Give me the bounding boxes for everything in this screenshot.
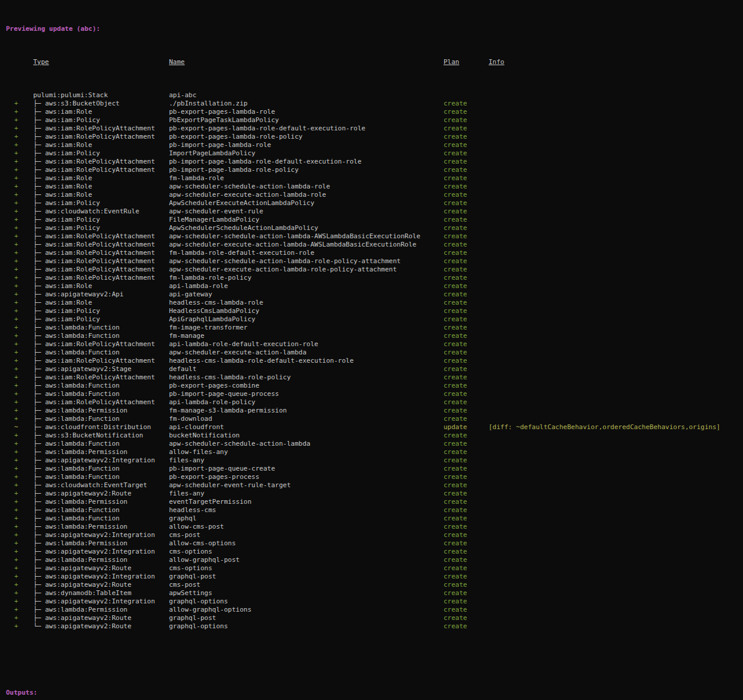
resource-type-cell: ├─ aws:apigatewayv2:Route [33,490,169,498]
plan-value: create [444,282,489,290]
resource-name: fm-lambda-role-default-execution-role [169,249,444,257]
info-value [489,116,743,124]
resource-type-cell: ├─ aws:iam:RolePolicyAttachment [33,257,169,266]
resource-type-cell: ├─ aws:iam:RolePolicyAttachment [33,398,169,407]
resource-type-cell: ├─ aws:iam:Role [33,183,169,191]
info-value [489,597,743,606]
table-row: +├─ aws:lambda:Functiongraphqlcreate [6,514,743,523]
resource-name: pb-export-pages-combine [169,382,444,390]
resource-type-cell: ├─ aws:iam:RolePolicyAttachment [33,357,169,365]
change-symbol: + [6,266,33,274]
resource-type: aws:apigatewayv2:Api [45,290,123,298]
plan-value: create [444,407,489,415]
resource-name: graphql-options [169,622,444,631]
plan-value: create [444,606,489,614]
info-value [489,556,743,564]
change-symbol: + [6,606,33,614]
plan-value: create [444,133,489,141]
plan-value: create [444,340,489,349]
resource-name: allow-cms-post [169,523,444,531]
resource-type-cell: pulumi:pulumi:Stack [33,91,169,100]
plan-value: create [444,589,489,597]
tree-branch: ├─ [33,116,45,124]
change-symbol: + [6,349,33,357]
table-row: +├─ aws:iam:Roleapw-scheduler-execute-ac… [6,191,743,199]
info-value [489,149,743,158]
change-symbol: + [6,141,33,149]
tree-branch: ├─ [33,440,45,448]
table-row: +├─ aws:iam:RolePolicyAttachmentapw-sche… [6,232,743,241]
resource-type-cell: ├─ aws:apigatewayv2:Integration [33,456,169,465]
table-row: +├─ aws:iam:RolePolicyAttachmentapi-lamb… [6,340,743,349]
resource-name: PbExportPageTaskLambdaPolicy [169,116,444,124]
resource-type-cell: ├─ aws:iam:RolePolicyAttachment [33,158,169,166]
tree-branch: ├─ [33,324,45,331]
info-value [489,133,743,141]
resource-name: fm-manage-s3-lambda-permission [169,407,444,415]
tree-branch: ├─ [33,573,45,580]
change-symbol: + [6,290,33,299]
tree-branch: ├─ [33,523,45,530]
plan-value: create [444,266,489,274]
table-row: +├─ aws:iam:PolicyHeadlessCmsLambdaPolic… [6,307,743,315]
tree-branch: ├─ [33,365,45,373]
table-row: +├─ aws:lambda:Functionfm-image-transfor… [6,324,743,332]
blank-line [6,656,743,664]
tree-branch: ├─ [33,149,45,157]
table-row: +├─ aws:iam:Rolepb-export-pages-lambda-r… [6,108,743,116]
resource-type: aws:apigatewayv2:Integration [45,573,155,580]
resource-type: aws:cloudwatch:EventTarget [45,481,147,489]
resource-type-cell: ├─ aws:lambda:Function [33,473,169,481]
change-symbol: + [6,382,33,390]
tree-branch: ├─ [33,100,45,107]
table-row: +├─ aws:lambda:Permissionallow-graphql-o… [6,606,743,614]
resource-type: aws:lambda:Permission [45,407,127,414]
change-symbol: + [6,166,33,174]
tree-branch: ├─ [33,498,45,506]
info-value [489,490,743,498]
change-symbol: + [6,415,33,423]
tree-branch: ├─ [33,266,45,273]
resource-name: apw-scheduler-execute-action-lambda-AWSL… [169,241,444,249]
resource-type: aws:iam:RolePolicyAttachment [45,124,155,132]
resource-type: aws:cloudwatch:EventRule [45,207,139,215]
resource-type-cell: ├─ aws:lambda:Function [33,415,169,423]
info-value [489,315,743,324]
table-row: ~├─ aws:cloudfront:Distributionapi-cloud… [6,423,743,431]
resource-name: graphql-options [169,597,444,606]
change-symbol: + [6,249,33,257]
resource-type: aws:lambda:Function [45,332,120,340]
resource-type-cell: ├─ aws:iam:RolePolicyAttachment [33,166,169,174]
table-row: +├─ aws:iam:PolicyApwSchedulerScheduleAc… [6,224,743,232]
resource-type: aws:iam:RolePolicyAttachment [45,249,155,257]
resource-type-cell: ├─ aws:iam:RolePolicyAttachment [33,249,169,257]
resource-type: aws:iam:Policy [45,224,100,232]
resource-type: aws:lambda:Function [45,473,120,481]
tree-branch: ├─ [33,473,45,481]
resource-type-cell: ├─ aws:lambda:Permission [33,498,169,506]
resource-type: aws:iam:Policy [45,199,100,207]
resource-name: eventTargetPermission [169,498,444,506]
resource-name: apw-scheduler-execute-action-lambda [169,349,444,357]
resource-type: aws:iam:RolePolicyAttachment [45,373,155,381]
resource-type-cell: ├─ aws:iam:Role [33,299,169,307]
table-row: +├─ aws:iam:RolePolicyAttachmentpb-expor… [6,124,743,133]
info-value [489,199,743,207]
resource-type-cell: ├─ aws:iam:Policy [33,199,169,207]
info-value [489,622,743,631]
resource-type: aws:iam:Policy [45,149,100,157]
change-symbol: + [6,124,33,133]
change-symbol: + [6,407,33,415]
resource-name: pb-export-pages-lambda-role [169,108,444,116]
info-value [489,357,743,365]
plan-value: create [444,108,489,116]
resource-type: aws:lambda:Permission [45,498,127,506]
table-row: +├─ aws:lambda:Permissionallow-cms-postc… [6,523,743,531]
header-spacer [6,58,33,66]
change-symbol: ~ [6,423,33,431]
tree-branch: ├─ [33,290,45,298]
table-row: +├─ aws:iam:RolePolicyAttachmentapi-lamb… [6,398,743,407]
resource-type-cell: ├─ aws:apigatewayv2:Stage [33,365,169,373]
plan-value: create [444,357,489,365]
table-row: +├─ aws:iam:RolePolicyAttachmentheadless… [6,357,743,365]
